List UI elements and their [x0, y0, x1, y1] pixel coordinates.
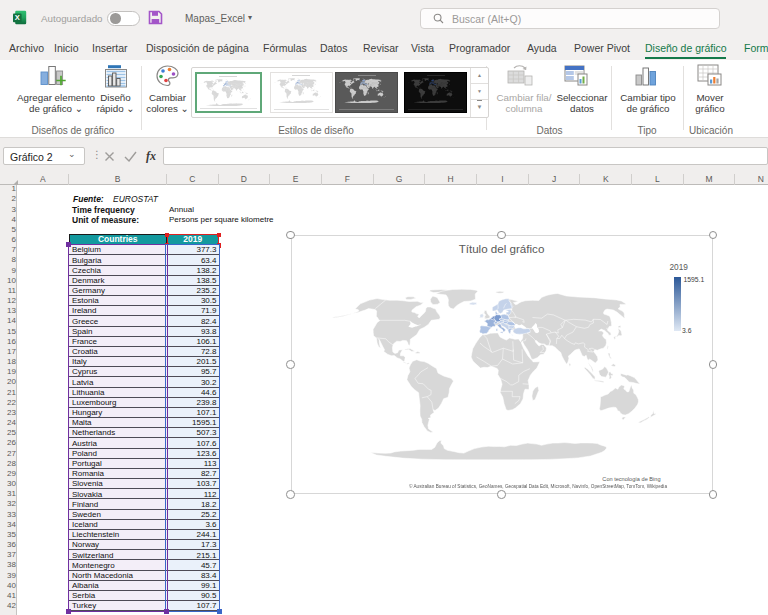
svg-text:X: X	[15, 13, 20, 22]
